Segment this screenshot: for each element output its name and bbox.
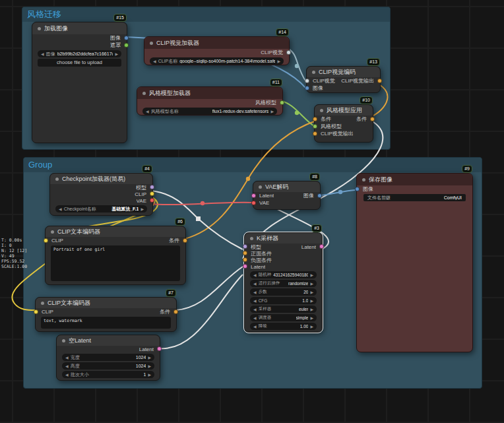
- clip-name-combo[interactable]: ◀ CLIP名称 google--siglip-so400m-patch14-3…: [150, 57, 284, 65]
- combo-left-arrow-icon[interactable]: ◀: [153, 59, 156, 63]
- clip-input-dot[interactable]: [34, 309, 38, 314]
- vae-output-dot[interactable]: [150, 198, 154, 203]
- combo-right-arrow-icon[interactable]: ▶: [310, 273, 313, 277]
- image-file-combo[interactable]: ◀ 图像 b2b99b2d2ddcfea7c16617c5a7... ▶: [38, 50, 121, 57]
- combo-right-arrow-icon[interactable]: ▶: [310, 324, 313, 329]
- conditioning-input-dot[interactable]: [313, 117, 317, 121]
- latent-input-dot[interactable]: [251, 193, 256, 198]
- denoise-combo[interactable]: ◀ 降噪 1.00 ▶: [250, 323, 317, 330]
- latent-input-dot[interactable]: [243, 264, 247, 269]
- clip-output-dot[interactable]: [150, 191, 154, 196]
- combo-right-arrow-icon[interactable]: ▶: [148, 355, 151, 360]
- combo-left-arrow-icon[interactable]: ◀: [146, 109, 149, 114]
- model-output-dot[interactable]: [150, 185, 154, 189]
- latent-output-dot[interactable]: [157, 346, 162, 351]
- batch-size-combo[interactable]: ◀ 批次大小 1 ▶: [62, 371, 154, 378]
- node-vae-decode[interactable]: #8 VAE解码 Latent 图像 VAE: [253, 181, 321, 210]
- combo-left-arrow-icon[interactable]: ◀: [65, 372, 69, 377]
- combo-left-arrow-icon[interactable]: ◀: [253, 307, 257, 311]
- combo-left-arrow-icon[interactable]: ◀: [59, 207, 62, 211]
- image-input-dot[interactable]: [305, 86, 309, 90]
- node-style-model-loader[interactable]: #11 风格模型加载器 风格模型 ◀ 风格模型名称 flux1-redux-de…: [137, 86, 283, 115]
- style-model-input-dot[interactable]: [313, 124, 317, 129]
- combo-left-arrow-icon[interactable]: ◀: [253, 273, 257, 277]
- style-model-output-dot[interactable]: [280, 100, 284, 105]
- combo-left-arrow-icon[interactable]: ◀: [65, 364, 69, 368]
- collapse-dot[interactable]: [55, 178, 59, 181]
- node-clip-text-encode-negative[interactable]: #7 CLIP文本编码器 CLIP 条件 text, watermark: [35, 297, 177, 332]
- node-graph-canvas[interactable]: 风格迁移 Group #15 加载图像 图像: [0, 0, 504, 423]
- collapse-dot[interactable]: [362, 178, 365, 181]
- conditioning-output-dot[interactable]: [173, 309, 178, 314]
- combo-right-arrow-icon[interactable]: ▶: [148, 364, 151, 368]
- combo-right-arrow-icon[interactable]: ▶: [277, 59, 280, 63]
- combo-right-arrow-icon[interactable]: ▶: [310, 315, 313, 320]
- control-after-generate-combo[interactable]: ◀ 运行后操作 randomize ▶: [250, 280, 317, 287]
- style-model-name-combo[interactable]: ◀ 风格模型名称 flux1-redux-dev.safetensors ▶: [142, 108, 277, 115]
- image-input-dot[interactable]: [355, 187, 360, 191]
- node-load-image[interactable]: #15 加载图像 图像 遮罩 ◀ 图像 b2b99b2d2ddcfea7c166…: [32, 22, 127, 143]
- prompt-textarea[interactable]: text, watermark: [41, 317, 171, 329]
- clip-vision-output-dot[interactable]: [286, 50, 291, 55]
- collapse-dot[interactable]: [250, 237, 253, 240]
- node-apply-style-model[interactable]: #10 风格模型应用 条件 条件 风格模型 CLIP视觉输出: [314, 104, 373, 143]
- combo-right-arrow-icon[interactable]: ▶: [270, 109, 274, 114]
- combo-left-arrow-icon[interactable]: ◀: [253, 290, 257, 294]
- seed-combo[interactable]: ◀ 随机种 431241625940180 ▶: [250, 271, 317, 278]
- scheduler-combo[interactable]: ◀ 调度器 simple ▶: [250, 314, 317, 321]
- conditioning-output-dot[interactable]: [370, 117, 375, 121]
- latent-output-dot[interactable]: [319, 244, 324, 249]
- combo-left-arrow-icon[interactable]: ◀: [253, 324, 257, 329]
- combo-right-arrow-icon[interactable]: ▶: [115, 51, 118, 56]
- collapse-dot[interactable]: [51, 230, 54, 234]
- combo-right-arrow-icon[interactable]: ▶: [310, 290, 313, 294]
- combo-right-arrow-icon[interactable]: ▶: [310, 307, 313, 311]
- combo-left-arrow-icon[interactable]: ◀: [253, 315, 257, 320]
- conditioning-output-dot[interactable]: [183, 238, 187, 243]
- vae-input-dot[interactable]: [251, 201, 256, 205]
- node-save-image[interactable]: #9 保存图像 图像 文件名前缀 ComfyUI: [356, 173, 473, 352]
- collapse-dot[interactable]: [62, 339, 65, 342]
- combo-left-arrow-icon[interactable]: ◀: [253, 281, 257, 286]
- checkpoint-name-combo[interactable]: ◀ Checkpoint名称 基础算法_F.1 ▶: [55, 205, 147, 212]
- clip-vision-output-input-dot[interactable]: [313, 131, 317, 136]
- steps-combo[interactable]: ◀ 步数 20 ▶: [250, 288, 317, 296]
- group-style-transfer-header[interactable]: 风格迁移: [22, 7, 390, 22]
- combo-right-arrow-icon[interactable]: ▶: [310, 298, 313, 303]
- node-ksampler[interactable]: #3 K采样器 模型 Latent 正面条件 负面条件 Latent ◀ 随机种…: [244, 232, 323, 333]
- collapse-dot[interactable]: [320, 109, 323, 112]
- mask-output-dot[interactable]: [124, 43, 129, 48]
- width-combo[interactable]: ◀ 宽度 1024 ▶: [62, 354, 154, 361]
- node-clip-text-encode-positive[interactable]: #6 CLIP文本编码器 CLIP 条件 Portrait of one gir…: [45, 226, 186, 285]
- upload-button[interactable]: choose file to upload: [38, 59, 121, 67]
- combo-left-arrow-icon[interactable]: ◀: [65, 355, 69, 360]
- collapse-dot[interactable]: [259, 185, 262, 189]
- clip-input-dot[interactable]: [44, 238, 48, 243]
- collapse-dot[interactable]: [38, 27, 41, 30]
- node-clip-vision-loader[interactable]: #14 CLIP视觉加载器 CLIP视觉 ◀ CLIP名称 google--si…: [144, 36, 290, 65]
- collapse-dot[interactable]: [41, 302, 44, 305]
- node-empty-latent[interactable]: 空Latent Latent ◀ 宽度 1024 ▶ ◀ 高度 1024 ▶ ◀…: [56, 335, 160, 381]
- clip-vision-input-dot[interactable]: [305, 79, 309, 83]
- image-output-dot[interactable]: [317, 193, 322, 198]
- combo-right-arrow-icon[interactable]: ▶: [310, 281, 313, 286]
- combo-left-arrow-icon[interactable]: ◀: [41, 51, 44, 56]
- group-main-header[interactable]: Group: [24, 158, 482, 172]
- image-output-dot[interactable]: [124, 36, 129, 40]
- collapse-dot[interactable]: [142, 92, 146, 95]
- negative-input-dot[interactable]: [243, 257, 247, 262]
- combo-right-arrow-icon[interactable]: ▶: [148, 372, 151, 377]
- node-clip-vision-encode[interactable]: #13 CLIP视觉编码 CLIP视觉 CLIP视觉输出 图像: [306, 66, 381, 93]
- collapse-dot[interactable]: [150, 42, 153, 45]
- filename-prefix-field[interactable]: 文件名前缀 ComfyUI: [363, 194, 466, 201]
- model-input-dot[interactable]: [243, 244, 247, 249]
- combo-right-arrow-icon[interactable]: ▶: [141, 207, 144, 211]
- prompt-textarea[interactable]: Portrait of one girl: [51, 245, 180, 281]
- cfg-combo[interactable]: ◀ CFG 1.0 ▶: [250, 297, 317, 304]
- sampler-combo[interactable]: ◀ 采样器 euler ▶: [250, 306, 317, 313]
- node-checkpoint-loader[interactable]: #4 Checkpoint加载器(简易) 模型 CLIP VAE ◀ Check…: [49, 173, 153, 216]
- height-combo[interactable]: ◀ 高度 1024 ▶: [62, 362, 154, 370]
- clip-vision-output-dot[interactable]: [377, 79, 382, 83]
- collapse-dot[interactable]: [312, 71, 315, 74]
- positive-input-dot[interactable]: [243, 251, 247, 255]
